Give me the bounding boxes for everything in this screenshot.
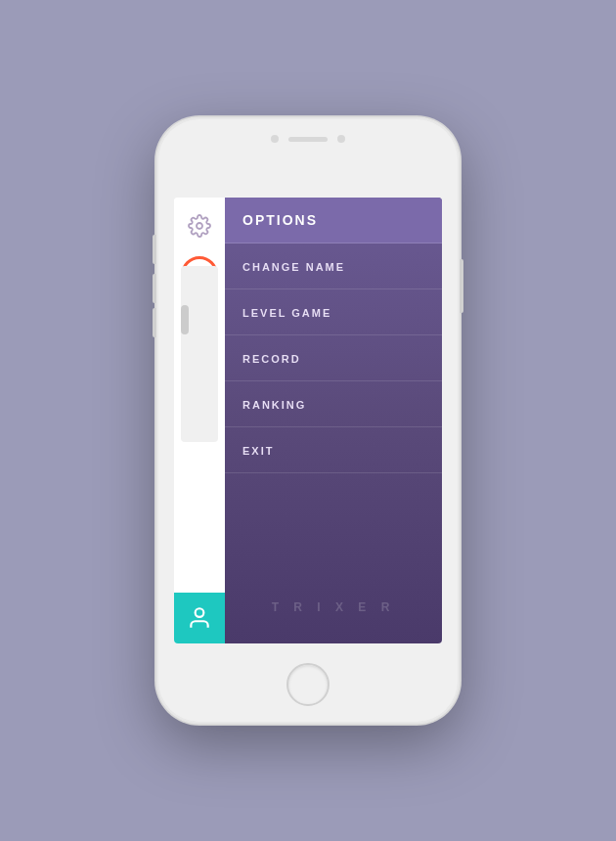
menu-item-record[interactable]: RECORD: [225, 335, 442, 381]
slider-thumb: [181, 305, 189, 334]
phone-speaker: [288, 137, 328, 142]
user-icon: [187, 605, 212, 631]
phone-screen: N OPTIONS: [174, 198, 442, 643]
app-watermark: T R I X E R: [225, 600, 442, 614]
options-header: OPTIONS: [225, 198, 442, 243]
phone-camera: [271, 135, 279, 143]
menu-item-level-game[interactable]: LEVEL GAME: [225, 289, 442, 335]
gear-icon: [188, 214, 211, 238]
phone-camera-2: [337, 135, 345, 143]
scroll-indicator: [181, 266, 218, 442]
menu-item-label-change-name: CHANGE NAME: [242, 261, 345, 273]
phone-top-bar: [271, 135, 345, 143]
left-panel: N: [174, 198, 225, 643]
options-title: OPTIONS: [242, 212, 318, 228]
svg-point-1: [196, 608, 204, 617]
svg-point-0: [197, 223, 202, 229]
options-panel: OPTIONS CHANGE NAME LEVEL GAME RECORD RA…: [225, 198, 442, 643]
bottom-user-icon[interactable]: [174, 593, 225, 643]
menu-item-label-level-game: LEVEL GAME: [242, 307, 331, 319]
menu-item-label-record: RECORD: [242, 353, 301, 365]
phone-home-button[interactable]: [286, 663, 330, 706]
gear-icon-container[interactable]: [181, 207, 218, 244]
screen-content: N OPTIONS: [174, 198, 442, 643]
phone-device: N OPTIONS: [156, 117, 460, 724]
menu-item-exit[interactable]: EXIT: [225, 427, 442, 473]
menu-item-change-name[interactable]: CHANGE NAME: [225, 243, 442, 289]
menu-item-label-ranking: RANKING: [242, 399, 306, 411]
menu-item-label-exit: EXIT: [242, 445, 274, 457]
menu-item-ranking[interactable]: RANKING: [225, 381, 442, 427]
